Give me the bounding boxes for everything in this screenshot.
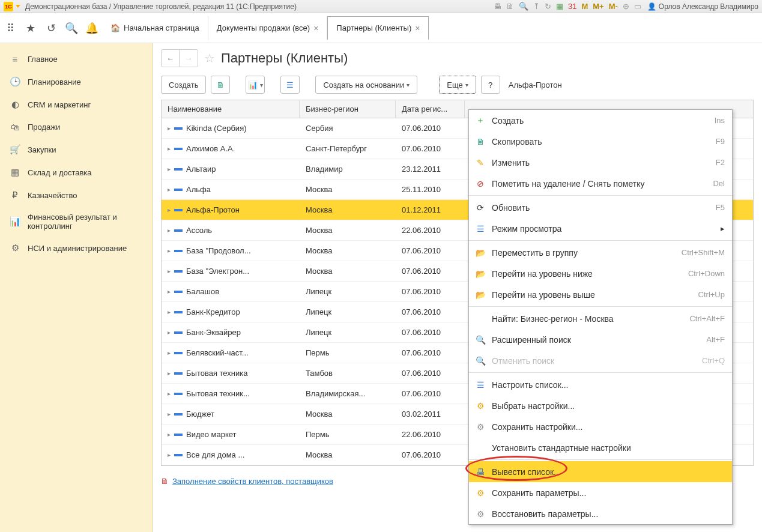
expand-icon[interactable]: ▸ <box>168 247 171 254</box>
sidebar-item-2[interactable]: ◐CRM и маркетинг <box>0 93 152 116</box>
m-minus-icon[interactable]: M- <box>608 2 619 11</box>
sidebar-item-6[interactable]: ₽Казначейство <box>0 184 152 207</box>
search-icon[interactable]: 🔍 <box>518 2 530 11</box>
menu-item-3[interactable]: ⊘Пометить на удаление / Снять пометкуDel <box>469 173 732 194</box>
grid-icon[interactable]: ▦ <box>555 2 564 11</box>
search-value: Альфа-Протон <box>505 80 562 89</box>
favorite-icon[interactable]: ★ <box>20 18 41 38</box>
col-name[interactable]: Наименование <box>162 100 300 118</box>
forward-button[interactable]: → <box>180 50 198 67</box>
menu-item-13[interactable]: 🔍Расширенный поискAlt+F <box>469 329 732 350</box>
expand-icon[interactable]: ▸ <box>168 125 171 131</box>
close-icon[interactable]: × <box>415 23 420 33</box>
menu-item-12[interactable]: Найти: Бизнес-регион - МоскваCtrl+Alt+F <box>469 308 732 329</box>
expand-icon[interactable]: ▸ <box>168 309 171 315</box>
cell-name: Все для дома ... <box>186 450 244 459</box>
sidebar-item-3[interactable]: 🛍Продажи <box>0 116 152 138</box>
tab-home[interactable]: 🏠 Начальная страница <box>102 16 208 40</box>
history-icon[interactable]: ↺ <box>41 18 61 38</box>
zoom-icon[interactable]: ⊕ <box>621 2 630 11</box>
save-icon[interactable]: 🗎 <box>505 2 515 11</box>
sidebar-item-0[interactable]: ≡Главное <box>0 48 152 70</box>
m-icon[interactable]: M <box>580 2 589 11</box>
cell-name: Балашов <box>186 287 219 296</box>
expand-icon[interactable]: ▸ <box>168 411 171 417</box>
expand-icon[interactable]: ▸ <box>168 370 171 376</box>
menu-item-17[interactable]: ⚙Выбрать настройки... <box>469 395 732 416</box>
sidebar-item-1[interactable]: 🕒Планирование <box>0 70 152 93</box>
current-user[interactable]: 👤 Орлов Александр Владимиро <box>647 2 758 11</box>
menu-item-23[interactable]: ⚙Восстановить параметры... <box>469 503 732 524</box>
tab-partners[interactable]: Партнеры (Клиенты) × <box>327 16 429 40</box>
back-button[interactable]: ← <box>162 50 180 67</box>
create-group-button[interactable]: 🗎 <box>211 76 230 94</box>
cell-date: 07.06.2010 <box>396 287 465 296</box>
expand-icon[interactable]: ▸ <box>168 207 171 213</box>
menu-item-18[interactable]: ⚙Сохранить настройки... <box>469 416 732 437</box>
menu-item-6[interactable]: ☰Режим просмотра▸ <box>469 218 732 239</box>
menu-shortcut: Ctrl+Shift+M <box>682 248 725 257</box>
tab-sales-docs[interactable]: Документы продажи (все) × <box>208 16 328 40</box>
menu-icon: ＋ <box>475 115 486 126</box>
expand-icon[interactable]: ▸ <box>168 145 171 152</box>
notifications-icon[interactable]: 🔔 <box>82 18 102 38</box>
sidebar-item-8[interactable]: ⚙НСИ и администрирование <box>0 237 152 259</box>
favorite-star-icon[interactable]: ☆ <box>204 51 215 65</box>
print-icon[interactable]: 🖶 <box>492 2 503 11</box>
menu-item-5[interactable]: ⟳ОбновитьF5 <box>469 197 732 218</box>
expand-icon[interactable]: ▸ <box>168 349 171 356</box>
expand-icon[interactable]: ▸ <box>168 186 171 193</box>
menu-item-21[interactable]: 🖶Вывести список... <box>469 461 732 482</box>
sidebar-item-7[interactable]: 📊Финансовый результат и контроллинг <box>0 207 152 237</box>
top-toolbar: ⠿ ★ ↺ 🔍 🔔 🏠 Начальная страница Документы… <box>0 13 762 43</box>
menu-item-22[interactable]: ⚙Сохранить параметры... <box>469 482 732 503</box>
col-date[interactable]: Дата регис... <box>396 100 465 118</box>
expand-icon[interactable]: ▸ <box>168 452 171 458</box>
refresh-icon[interactable]: ↻ <box>543 2 552 11</box>
sidebar-item-5[interactable]: ▦Склад и доставка <box>0 161 152 184</box>
upload-icon[interactable]: ⤒ <box>532 2 541 11</box>
fill-properties-link[interactable]: Заполнение свойств клиентов, поставщиков <box>172 477 333 486</box>
menu-item-10[interactable]: 📂Перейти на уровень вышеCtrl+Up <box>469 284 732 305</box>
panel-icon[interactable]: ▭ <box>633 2 643 11</box>
menu-item-16[interactable]: ☰Настроить список... <box>469 374 732 395</box>
expand-icon[interactable]: ▸ <box>168 288 171 295</box>
menu-item-8[interactable]: 📂Переместить в группуCtrl+Shift+M <box>469 242 732 263</box>
create-based-on-button[interactable]: Создать на основании ▾ <box>315 76 417 94</box>
user-name: Орлов Александр Владимиро <box>659 2 758 11</box>
app-menu-dropdown-icon[interactable] <box>16 5 20 8</box>
col-region[interactable]: Бизнес-регион <box>300 100 396 118</box>
list-mode-button[interactable]: ☰ <box>280 76 300 94</box>
menu-item-9[interactable]: 📂Перейти на уровень нижеCtrl+Down <box>469 263 732 284</box>
menu-icon: 🔍 <box>475 335 486 345</box>
close-icon[interactable]: × <box>313 23 318 33</box>
menu-item-14[interactable]: 🔍Отменить поискCtrl+Q <box>469 350 732 371</box>
expand-icon[interactable]: ▸ <box>168 268 171 274</box>
menu-item-0[interactable]: ＋СоздатьIns <box>469 110 732 131</box>
cell-date: 22.06.2010 <box>396 430 465 439</box>
expand-icon[interactable]: ▸ <box>168 390 171 397</box>
expand-icon[interactable]: ▸ <box>168 166 171 172</box>
sidebar-item-4[interactable]: 🛒Закупки <box>0 138 152 161</box>
create-button[interactable]: Создать <box>161 76 206 94</box>
menu-item-2[interactable]: ✎ИзменитьF2 <box>469 152 732 173</box>
calendar-icon[interactable]: 31 <box>567 2 578 11</box>
help-button[interactable]: ? <box>481 76 500 94</box>
reports-button[interactable]: 📊▾ <box>246 76 265 94</box>
cell-name: Kikinda (Сербия) <box>186 124 247 133</box>
search-toolbar-icon[interactable]: 🔍 <box>61 18 82 38</box>
expand-icon[interactable]: ▸ <box>168 431 171 438</box>
expand-icon[interactable]: ▸ <box>168 227 171 234</box>
expand-icon[interactable]: ▸ <box>168 329 171 336</box>
apps-icon[interactable]: ⠿ <box>0 18 20 38</box>
sidebar-icon: ≡ <box>10 54 20 64</box>
menu-icon: ⟳ <box>475 203 486 213</box>
cell-name: Видео маркет <box>186 430 237 439</box>
sidebar-item-label: Закупки <box>28 145 56 154</box>
m-plus-icon[interactable]: M+ <box>591 2 605 11</box>
more-button[interactable]: Еще ▾ <box>439 76 476 94</box>
menu-item-1[interactable]: 🗎СкопироватьF9 <box>469 131 732 152</box>
menu-label: Сохранить настройки... <box>492 422 725 432</box>
menu-label: Установить стандартные настройки <box>492 443 725 453</box>
menu-item-19[interactable]: Установить стандартные настройки <box>469 437 732 458</box>
